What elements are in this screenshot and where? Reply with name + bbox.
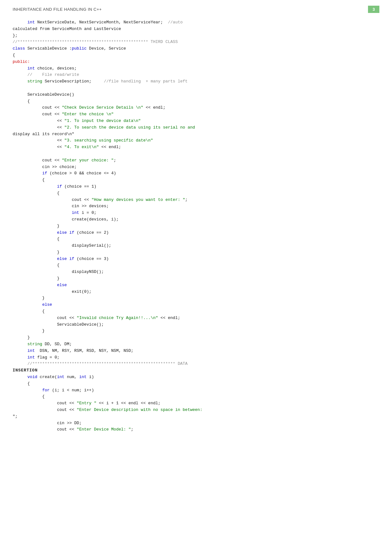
- page-header: INHERITANCE AND FILE HANDLING IN C++ 3: [0, 0, 392, 16]
- code-block: int NextServiceDate, NextServiceMonth, N…: [13, 19, 379, 433]
- document-title: INHERITANCE AND FILE HANDLING IN C++: [13, 7, 102, 12]
- page-number-badge: 3: [368, 6, 379, 13]
- page: INHERITANCE AND FILE HANDLING IN C++ 3 i…: [0, 0, 392, 554]
- code-area: int NextServiceDate, NextServiceMonth, N…: [0, 16, 392, 439]
